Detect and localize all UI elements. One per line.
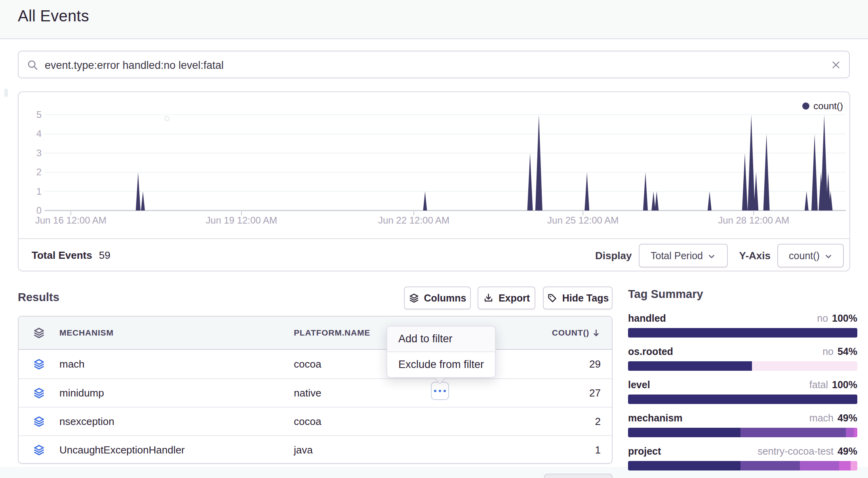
y-axis-tick-label: 2 — [22, 167, 42, 177]
chevron-down-icon — [708, 252, 716, 260]
tag-percent: 49% — [838, 412, 857, 423]
tag-distribution-bar[interactable] — [628, 461, 857, 470]
tag-distribution-bar[interactable] — [628, 428, 857, 437]
cell-count[interactable]: 27 — [529, 387, 612, 399]
total-events-value: 59 — [99, 249, 110, 262]
tag-value: sentry-cocoa-test — [758, 446, 834, 457]
tag-bar-segment — [851, 461, 857, 470]
tag-distribution-bar[interactable] — [628, 395, 857, 404]
count-spike — [651, 192, 655, 211]
column-header-mechanism[interactable]: MECHANISM — [59, 328, 294, 338]
tag-bar-segment — [740, 428, 846, 437]
table-row[interactable]: nsexceptioncocoa2 — [19, 407, 612, 435]
export-button[interactable]: Export — [478, 286, 535, 309]
tag-name: handled — [628, 313, 666, 324]
tag-item-os.rooted: os.rootedno54% — [628, 346, 857, 372]
count-spike — [708, 192, 712, 211]
tag-value: fatal — [809, 379, 828, 390]
page-header: All Events — [0, 0, 868, 39]
cell-platform-name[interactable]: java — [294, 444, 529, 456]
cell-count[interactable]: 29 — [529, 358, 612, 370]
y-axis-label: Y-Axis — [739, 250, 771, 262]
tag-bar-segment — [740, 461, 800, 470]
context-menu: Add to filter Exclude from filter — [386, 326, 496, 378]
tag-bar-segment — [800, 461, 839, 470]
tag-item-level: levelfatal100% — [628, 379, 857, 405]
x-axis-tick-label: Jun 19 12:00 AM — [186, 215, 297, 226]
count-spike — [820, 115, 828, 211]
clear-search-icon[interactable] — [831, 60, 841, 70]
cell-mechanism[interactable]: nsexception — [59, 415, 294, 428]
hide-tags-button[interactable]: Hide Tags — [543, 286, 613, 309]
layers-icon — [33, 327, 45, 339]
cell-count[interactable]: 1 — [529, 444, 612, 456]
x-axis-tick-label: Jun 25 12:00 AM — [527, 215, 638, 226]
chart-footer: Total Events 59 Display Total Period Y-A… — [19, 238, 849, 271]
search-input[interactable]: event.type:error handled:no level:fatal — [45, 59, 224, 72]
y-axis-select[interactable]: count() — [777, 244, 844, 267]
tag-value: mach — [809, 412, 834, 423]
tag-distribution-bar[interactable] — [628, 328, 857, 338]
table-body: machcocoa29minidumpnative27nsexceptionco… — [19, 350, 612, 464]
display-select[interactable]: Total Period — [639, 244, 728, 267]
hide-tags-button-label: Hide Tags — [562, 292, 609, 304]
tag-top-value: sentry-cocoa-test49% — [758, 446, 857, 457]
tag-percent: 54% — [838, 346, 857, 357]
count-spike — [742, 153, 748, 211]
display-label: Display — [595, 250, 632, 262]
tag-distribution-bar[interactable] — [628, 361, 857, 371]
table-row[interactable]: machcocoa29 — [19, 350, 612, 378]
y-axis-tick-label: 4 — [22, 129, 42, 139]
tag-icon — [547, 293, 558, 303]
table-row[interactable]: minidumpnative27 — [19, 378, 612, 407]
cell-mechanism[interactable]: mach — [59, 358, 294, 370]
tag-value: no — [822, 346, 834, 357]
header-icon-cell[interactable] — [19, 327, 59, 339]
tag-label-row: projectsentry-cocoa-test49% — [628, 446, 857, 456]
count-spike — [423, 192, 427, 211]
row-icon-cell — [19, 444, 59, 456]
columns-button[interactable]: Columns — [404, 286, 471, 309]
results-table: MECHANISM PLATFORM.NAME COUNT() machcoco… — [18, 316, 613, 464]
pagination-button[interactable] — [544, 474, 613, 478]
table-row[interactable]: UncaughtExceptionHandlerjava1 — [19, 435, 612, 464]
menu-item-exclude-from-filter[interactable]: Exclude from filter — [387, 352, 495, 377]
row-icon-cell — [19, 358, 59, 370]
row-actions-ellipsis-button[interactable] — [431, 382, 449, 400]
tag-bar-segment — [628, 328, 857, 338]
x-axis-tick-label: Jun 22 12:00 AM — [358, 215, 469, 226]
cell-platform-name[interactable]: cocoa — [294, 415, 529, 428]
count-spike — [655, 192, 659, 211]
y-axis-tick-label: 3 — [22, 148, 42, 158]
cell-count[interactable]: 2 — [529, 415, 612, 428]
layers-icon — [33, 444, 45, 456]
tag-item-project: projectsentry-cocoa-test49% — [628, 446, 857, 472]
chart-controls: Display Total Period Y-Axis count() — [595, 244, 844, 267]
count-spike — [141, 192, 145, 211]
tag-name: os.rooted — [628, 346, 673, 357]
event-volume-chart[interactable] — [44, 100, 846, 215]
chevron-down-icon — [824, 252, 832, 260]
tag-bar-segment — [854, 428, 857, 437]
count-spike — [748, 115, 755, 211]
cell-mechanism[interactable]: UncaughtExceptionHandler — [59, 444, 294, 456]
tag-name: project — [628, 446, 661, 457]
cell-mechanism[interactable]: minidump — [59, 387, 294, 399]
page-title: All Events — [18, 7, 89, 25]
tag-summary-heading: Tag Summary — [628, 288, 703, 301]
cell-platform-name[interactable]: native — [294, 387, 529, 399]
tag-top-value: fatal100% — [809, 379, 857, 391]
layers-icon — [33, 358, 45, 370]
y-axis-tick-label: 0 — [22, 205, 42, 216]
tag-top-value: no100% — [817, 313, 857, 324]
column-header-count[interactable]: COUNT() — [529, 328, 612, 338]
display-select-value: Total Period — [651, 250, 703, 262]
menu-item-add-to-filter[interactable]: Add to filter — [387, 326, 495, 352]
y-axis-select-value: count() — [789, 250, 820, 262]
stray-point-marker — [165, 116, 169, 121]
layers-icon — [33, 415, 45, 428]
tag-percent: 100% — [832, 379, 857, 390]
tag-bar-segment — [628, 428, 740, 437]
search-bar[interactable]: event.type:error handled:no level:fatal — [18, 51, 850, 78]
columns-button-label: Columns — [424, 292, 466, 304]
